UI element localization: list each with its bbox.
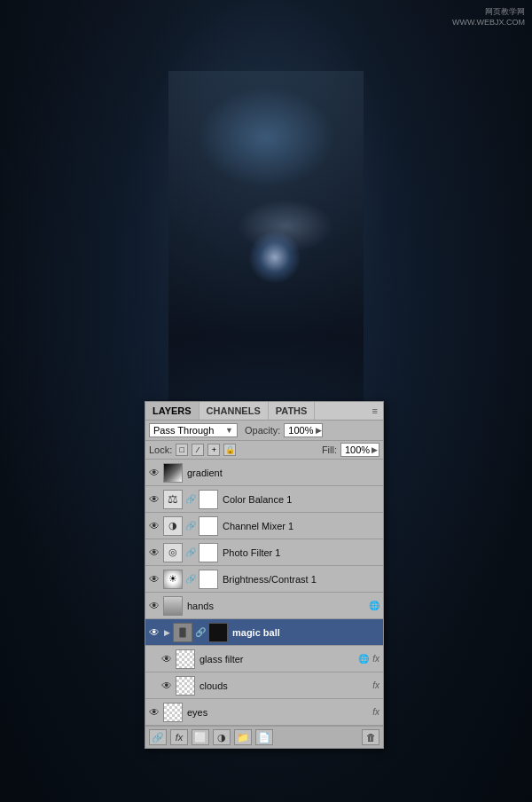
opacity-input[interactable]: 100% ▶ [284,423,323,437]
layer-name: Photo Filter 1 [220,547,381,558]
layer-name: clouds [197,680,371,691]
layer-thumbnail [176,649,195,669]
delete-layer-button[interactable]: 🗑 [362,729,379,745]
layer-row[interactable]: 👁 eyes fx [145,699,383,726]
lock-label: Lock: [149,444,172,455]
mask-link-icon: 🔗 [195,627,206,637]
mask-link-icon: 🔗 [185,494,196,504]
mask-link-icon: 🔗 [185,547,196,557]
layer-row[interactable]: 👁 ◑ 🔗 Channel Mixer 1 [145,513,383,539]
eye-visibility-icon[interactable]: 👁 [147,599,161,613]
layer-thumbnail [176,676,195,696]
eye-visibility-icon[interactable]: 👁 [147,572,161,586]
lock-row: Lock: □ ∕ + 🔒 Fill: 100% ▶ [145,441,383,460]
layer-name: Channel Mixer 1 [220,521,381,531]
blend-mode-select[interactable]: Pass Through ▼ [149,423,238,437]
layer-name: Brightness/Contrast 1 [220,574,381,585]
new-adjustment-button[interactable]: ◑ [213,729,231,745]
layer-row[interactable]: 👁 clouds fx [145,672,383,699]
tab-paths[interactable]: PATHS [269,402,316,420]
layers-panel: LAYERS CHANNELS PATHS ≡ Pass Through ▼ O… [145,401,384,749]
fill-label: Fill: [322,444,337,455]
opacity-label: Opacity: [245,425,280,436]
panel-footer: 🔗 fx ⬜ ◑ 📁 📄 🗑 [145,726,383,748]
layer-row[interactable]: 👁 glass filter 🌐 fx [145,646,383,672]
group-mask-thumbnail [208,623,228,642]
layer-thumbnail [163,596,183,616]
layer-globe-fx: 🌐 [358,654,369,664]
layer-row[interactable]: 👁 ☀ 🔗 Brightness/Contrast 1 [145,566,383,593]
layer-thumbnail: ☀ [163,570,183,589]
add-mask-button[interactable]: ⬜ [192,729,209,745]
layer-effects-fx: fx [372,654,379,664]
layer-name: magic ball [230,627,381,638]
layer-row[interactable]: 👁 ▶ 🔗 magic ball [145,619,383,646]
add-style-button[interactable]: fx [170,729,188,745]
layer-row[interactable]: 👁 ◎ 🔗 Photo Filter 1 [145,539,383,566]
svg-rect-1 [179,627,185,637]
layer-name: gradient [184,468,381,478]
group-expand-arrow[interactable]: ▶ [164,628,170,637]
new-group-button[interactable]: 📁 [234,729,252,745]
mask-thumbnail [199,516,218,536]
layer-row[interactable]: 👁 hands 🌐 [145,593,383,619]
layer-thumbnail: ⚖ [163,490,183,509]
mask-thumbnail [199,490,218,509]
eye-visibility-icon[interactable]: 👁 [160,679,174,693]
link-layers-button[interactable]: 🔗 [149,729,167,745]
layers-list[interactable]: 👁 gradient 👁 ⚖ 🔗 Color Balance 1 👁 ◑ 🔗 C… [145,460,383,726]
layer-thumbnail: ◑ [163,516,183,536]
lock-paint-icon[interactable]: ∕ [192,444,204,456]
group-thumbnail [173,623,192,642]
panel-tabs: LAYERS CHANNELS PATHS ≡ [145,402,383,421]
layer-thumbnail [163,463,183,483]
layer-name: glass filter [197,654,356,664]
layer-name: Color Balance 1 [220,494,381,505]
fill-input[interactable]: 100% ▶ [340,443,379,457]
eye-visibility-icon[interactable]: 👁 [147,466,161,480]
tab-layers[interactable]: LAYERS [145,402,200,420]
layer-row[interactable]: 👁 ⚖ 🔗 Color Balance 1 [145,486,383,513]
eye-visibility-icon[interactable]: 👁 [147,519,161,533]
layer-effects-fx: fx [372,707,379,717]
layer-thumbnail [163,703,183,722]
layer-thumbnail: ◎ [163,543,183,562]
lock-transparency-icon[interactable]: □ [176,444,188,456]
eye-visibility-icon[interactable]: 👁 [147,546,161,560]
eye-visibility-icon[interactable]: 👁 [147,492,161,507]
blend-mode-row: Pass Through ▼ Opacity: 100% ▶ [145,421,383,441]
new-layer-button[interactable]: 📄 [255,729,273,745]
panel-menu-button[interactable]: ≡ [367,404,383,418]
layer-row[interactable]: 👁 gradient [145,460,383,486]
mask-thumbnail [199,570,218,589]
eye-visibility-icon[interactable]: 👁 [160,652,174,666]
eye-visibility-icon[interactable]: 👁 [147,705,161,719]
layer-name: eyes [184,707,371,718]
tab-channels[interactable]: CHANNELS [200,402,269,420]
mask-thumbnail [199,543,218,562]
lock-move-icon[interactable]: + [207,444,220,456]
watermark: 网页教学网 WWW.WEBJX.COM [452,7,525,28]
mask-link-icon: 🔗 [185,574,196,584]
layer-effects-fx: fx [372,680,379,690]
mask-link-icon: 🔗 [185,521,196,531]
magic-glow [248,231,301,284]
eye-visibility-icon[interactable]: 👁 [147,625,161,640]
layer-globe-fx: 🌐 [369,601,379,610]
layer-name: hands [184,601,367,611]
lock-all-icon[interactable]: 🔒 [223,444,236,456]
